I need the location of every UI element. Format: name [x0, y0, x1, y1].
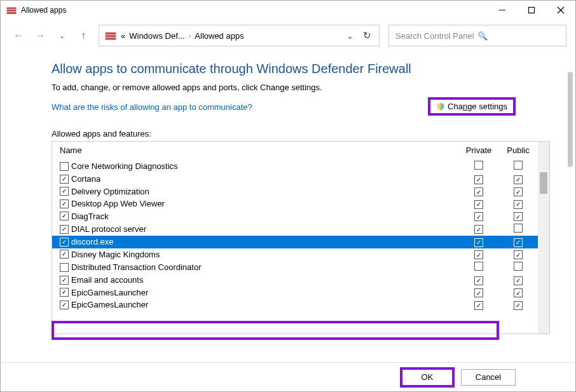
app-enabled-checkbox[interactable]: ✓: [60, 288, 69, 297]
firewall-icon: [104, 29, 117, 42]
private-checkbox[interactable]: ✓: [474, 175, 483, 184]
private-checkbox[interactable]: [474, 262, 483, 271]
chevron-right-icon: ›: [189, 32, 191, 39]
private-checkbox[interactable]: ✓: [474, 200, 483, 209]
private-checkbox[interactable]: ✓: [474, 238, 483, 247]
page-heading: Allow apps to communicate through Window…: [51, 62, 550, 76]
list-scrollbar[interactable]: [538, 142, 549, 334]
cancel-button[interactable]: Cancel: [461, 369, 516, 386]
table-row[interactable]: ✓Cortana✓✓: [52, 173, 538, 186]
column-private[interactable]: Private: [459, 145, 498, 155]
app-name: Core Networking Diagnostics: [71, 161, 459, 171]
change-settings-label: Change settings: [448, 102, 507, 111]
app-name: DIAL protocol server: [71, 224, 459, 234]
public-checkbox[interactable]: [514, 224, 523, 233]
public-checkbox[interactable]: ✓: [514, 175, 523, 184]
public-checkbox[interactable]: ✓: [514, 200, 523, 209]
public-checkbox[interactable]: ✓: [514, 301, 523, 310]
scrollbar-thumb[interactable]: [568, 72, 573, 167]
table-row[interactable]: ✓Delivery Optimization✓✓: [52, 186, 538, 198]
public-checkbox[interactable]: [514, 262, 523, 271]
table-row[interactable]: ✓discord.exe✓✓: [52, 236, 538, 248]
private-checkbox[interactable]: ✓: [474, 250, 483, 259]
table-row[interactable]: ✓Disney Magic Kingdoms✓✓: [52, 248, 538, 261]
app-enabled-checkbox[interactable]: ✓: [60, 175, 69, 184]
app-enabled-checkbox[interactable]: ✓: [60, 250, 69, 259]
firewall-icon: [6, 4, 17, 16]
public-checkbox[interactable]: ✓: [514, 276, 523, 285]
private-checkbox[interactable]: ✓: [474, 301, 483, 310]
maximize-button[interactable]: [517, 1, 546, 20]
private-checkbox[interactable]: ✓: [474, 288, 483, 297]
list-label: Allowed apps and features:: [51, 129, 550, 139]
svg-rect-2: [7, 12, 17, 14]
minimize-button[interactable]: [488, 1, 517, 20]
scrollbar-thumb[interactable]: [540, 172, 547, 194]
breadcrumb-part[interactable]: Allowed apps: [195, 31, 243, 41]
page-scrollbar[interactable]: [568, 69, 574, 355]
app-name: Delivery Optimization: [71, 187, 459, 196]
breadcrumb[interactable]: « Windows Def... › Allowed apps ⌄ ↻: [99, 25, 380, 46]
app-name: DiagTrack: [71, 212, 459, 221]
forward-button[interactable]: →: [34, 30, 46, 41]
app-name: discord.exe: [71, 237, 459, 247]
page-subtext: To add, change, or remove allowed apps a…: [51, 83, 550, 92]
private-checkbox[interactable]: [474, 161, 483, 170]
app-name: Disney Magic Kingdoms: [71, 250, 459, 259]
column-name[interactable]: Name: [60, 145, 459, 155]
public-checkbox[interactable]: [514, 161, 523, 170]
app-enabled-checkbox[interactable]: ✓: [60, 238, 69, 247]
dialog-footer: OK Cancel: [1, 362, 575, 391]
table-row[interactable]: ✓Desktop App Web Viewer✓✓: [52, 198, 538, 210]
navigation-toolbar: ← → ⌄ ↑ « Windows Def... › Allowed apps …: [1, 20, 575, 51]
public-checkbox[interactable]: ✓: [514, 238, 523, 247]
change-settings-button[interactable]: Change settings: [428, 97, 516, 116]
back-button[interactable]: ←: [12, 30, 25, 41]
table-row[interactable]: ✓DiagTrack✓✓: [52, 210, 538, 223]
svg-rect-9: [106, 37, 116, 39]
public-checkbox[interactable]: ✓: [514, 212, 523, 221]
ok-button[interactable]: OK: [400, 367, 455, 388]
app-enabled-checkbox[interactable]: ✓: [60, 301, 69, 309]
table-row[interactable]: Core Networking Diagnostics: [52, 159, 538, 173]
app-enabled-checkbox[interactable]: ✓: [60, 199, 69, 208]
private-checkbox[interactable]: ✓: [474, 212, 483, 221]
refresh-button[interactable]: ↻: [360, 30, 374, 41]
column-public[interactable]: Public: [498, 145, 538, 155]
breadcrumb-prefix: «: [121, 31, 125, 41]
window-title: Allowed apps: [21, 6, 488, 15]
table-row[interactable]: ✓Email and accounts✓✓: [52, 274, 538, 287]
public-checkbox[interactable]: ✓: [514, 250, 523, 259]
table-row[interactable]: ✓DIAL protocol server✓: [52, 222, 538, 236]
app-enabled-checkbox[interactable]: [60, 162, 69, 171]
svg-rect-1: [7, 10, 17, 11]
title-bar: Allowed apps: [1, 1, 575, 20]
app-enabled-checkbox[interactable]: ✓: [60, 212, 69, 220]
app-enabled-checkbox[interactable]: ✓: [60, 276, 69, 285]
app-enabled-checkbox[interactable]: ✓: [60, 187, 69, 196]
svg-rect-0: [7, 8, 17, 10]
shield-icon: [436, 102, 445, 111]
private-checkbox[interactable]: ✓: [474, 187, 483, 196]
breadcrumb-dropdown[interactable]: ⌄: [343, 31, 356, 41]
table-row[interactable]: ✓EpicGamesLauncher✓✓: [52, 299, 538, 311]
private-checkbox[interactable]: ✓: [474, 225, 483, 234]
private-checkbox[interactable]: ✓: [474, 276, 483, 285]
risk-link[interactable]: What are the risks of allowing an app to…: [51, 102, 252, 112]
app-enabled-checkbox[interactable]: [60, 263, 69, 272]
recent-dropdown[interactable]: ⌄: [55, 32, 68, 40]
app-enabled-checkbox[interactable]: ✓: [60, 225, 69, 234]
up-button[interactable]: ↑: [77, 30, 90, 41]
public-checkbox[interactable]: ✓: [514, 288, 523, 297]
table-row[interactable]: Distributed Transaction Coordinator: [52, 260, 538, 274]
breadcrumb-part[interactable]: Windows Def...: [129, 31, 184, 41]
app-name: Desktop App Web Viewer: [71, 199, 459, 208]
table-row[interactable]: ✓EpicGamesLauncher✓✓: [52, 287, 538, 299]
search-icon: 🔍: [477, 31, 559, 41]
svg-rect-7: [106, 32, 116, 34]
public-checkbox[interactable]: ✓: [514, 187, 523, 196]
close-button[interactable]: [546, 1, 575, 20]
search-input[interactable]: Search Control Panel 🔍: [388, 25, 566, 46]
search-placeholder: Search Control Panel: [395, 31, 477, 41]
app-name: Cortana: [71, 174, 459, 184]
